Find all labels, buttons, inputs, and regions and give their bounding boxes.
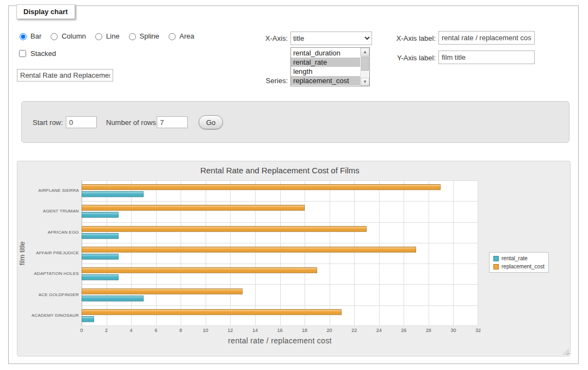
radio-column-label: Column xyxy=(61,32,86,40)
grid-line xyxy=(354,180,355,326)
grid-line xyxy=(330,180,330,326)
chart-panel: Rental Rate and Replacement Cost of Film… xyxy=(17,161,571,356)
start-row-input[interactable] xyxy=(66,116,97,128)
page: Display chart Bar Column Line Spline Are… xyxy=(0,0,588,370)
x-tick-label: 12 xyxy=(227,328,233,333)
legend-item[interactable]: replacement_cost xyxy=(493,264,544,269)
grid-line xyxy=(404,180,404,326)
scrollbar-thumb[interactable] xyxy=(361,57,369,71)
radio-bar[interactable] xyxy=(20,33,27,40)
number-of-rows-input[interactable] xyxy=(157,116,188,128)
bar-rental_rate xyxy=(82,296,144,302)
x-tick-label: 4 xyxy=(130,328,133,333)
chart-type-radio-group: Bar Column Line Spline Area xyxy=(17,32,199,40)
x-tick-label: 0 xyxy=(80,328,83,333)
radio-column[interactable] xyxy=(51,33,58,40)
x-tick-label: 16 xyxy=(277,328,282,333)
chart-legend: rental_ratereplacement_cost xyxy=(489,252,549,273)
y-axis-label-field-label: Y-Axis label: xyxy=(384,54,436,62)
grid-line xyxy=(82,180,82,326)
bar-rental_rate xyxy=(82,274,119,280)
x-tick-label: 32 xyxy=(475,328,481,333)
x-tick-label: 2 xyxy=(105,328,108,333)
legend-swatch xyxy=(493,264,499,269)
bar-replacement_cost xyxy=(82,184,441,190)
x-axis-label-input[interactable] xyxy=(438,31,535,45)
x-tick-label: 22 xyxy=(351,328,357,333)
legend-swatch xyxy=(493,256,499,261)
y-axis-title: film title xyxy=(18,216,26,292)
category-label: AIRPLANE SIERRA xyxy=(28,188,79,193)
x-tick-label: 10 xyxy=(203,328,208,333)
radio-line-label: Line xyxy=(106,32,120,40)
radio-area[interactable] xyxy=(169,33,176,40)
category-labels: AIRPLANE SIERRAAGENT TRUMANAFRICAN EGGAF… xyxy=(28,180,79,326)
x-tick-label: 24 xyxy=(376,328,382,333)
row-range-panel: Start row: Number of rows: Go xyxy=(21,101,570,143)
y-axis-label-input[interactable] xyxy=(438,51,535,64)
legend-label: replacement_cost xyxy=(502,264,544,269)
grid-line xyxy=(280,180,281,326)
grid-line xyxy=(429,180,429,326)
series-listbox[interactable]: rental_duration rental_rate length repla… xyxy=(290,47,370,86)
stacked-row: Stacked xyxy=(17,48,56,59)
series-option-replacement-cost[interactable]: replacement_cost xyxy=(291,76,360,85)
legend-item[interactable]: rental_rate xyxy=(493,255,544,261)
x-tick-label: 20 xyxy=(327,328,332,333)
bar-replacement_cost xyxy=(82,267,317,273)
bar-rental_rate xyxy=(82,212,119,218)
plot-area xyxy=(82,180,478,326)
x-axis-title: rental rate / replacement cost xyxy=(82,336,478,345)
bar-replacement_cost xyxy=(82,247,416,253)
grid-line xyxy=(181,180,181,326)
bar-rental_rate xyxy=(82,254,119,260)
bar-replacement_cost xyxy=(82,205,305,211)
start-row-label: Start row: xyxy=(33,118,63,127)
grid-line xyxy=(107,180,107,326)
stacked-label: Stacked xyxy=(30,49,56,58)
go-button[interactable]: Go xyxy=(199,115,223,129)
number-of-rows-label: Number of rows: xyxy=(106,118,158,127)
radio-spline-label: Spline xyxy=(140,32,159,40)
x-tick-label: 8 xyxy=(180,328,182,333)
grid-line xyxy=(305,180,305,326)
grid-line xyxy=(131,180,132,326)
series-list-label: Series: xyxy=(244,77,288,85)
resize-handle-icon[interactable] xyxy=(562,348,569,355)
radio-spline[interactable] xyxy=(129,33,136,40)
x-tick-label: 30 xyxy=(450,328,456,333)
series-listbox-scrollbar[interactable]: ▲ ▼ xyxy=(360,48,369,86)
bar-replacement_cost xyxy=(82,309,342,315)
x-ticks: 02468101214161820222426283032 xyxy=(82,328,478,334)
x-axis-label-field-label: X-Axis label: xyxy=(384,34,436,42)
scroll-down-icon[interactable]: ▼ xyxy=(361,78,369,86)
radio-bar-label: Bar xyxy=(30,32,41,40)
bar-replacement_cost xyxy=(82,289,243,294)
grid-line xyxy=(255,180,256,326)
series-option-length[interactable]: length xyxy=(291,67,360,76)
legend-label: rental_rate xyxy=(502,255,528,261)
series-option-rental-rate[interactable]: rental_rate xyxy=(291,58,360,67)
grid-line xyxy=(453,180,454,326)
bar-rental_rate xyxy=(82,191,144,197)
scroll-up-icon[interactable]: ▲ xyxy=(361,48,369,56)
grid-line xyxy=(156,180,157,326)
category-label: AGENT TRUMAN xyxy=(28,209,79,214)
series-option-rental-duration[interactable]: rental_duration xyxy=(291,48,360,58)
panel-legend: Display chart xyxy=(16,4,75,19)
bar-replacement_cost xyxy=(82,226,367,232)
x-tick-label: 18 xyxy=(302,328,307,333)
grid-line xyxy=(230,180,231,326)
chart-title: Rental Rate and Replacement Cost of Film… xyxy=(82,166,478,175)
x-tick-label: 28 xyxy=(426,328,431,333)
stacked-checkbox[interactable] xyxy=(19,50,26,57)
category-label: ACE GOLDFINGER xyxy=(28,292,79,297)
radio-line[interactable] xyxy=(95,33,102,40)
x-axis-select[interactable]: title xyxy=(290,32,372,45)
x-tick-label: 26 xyxy=(401,328,406,333)
category-label: AFFAIR PREJUDICE xyxy=(28,250,79,255)
bar-rental_rate xyxy=(82,233,119,239)
chart-title-input[interactable] xyxy=(17,69,113,81)
category-label: ADAPTATION HOLES xyxy=(28,271,79,276)
series-listbox-items: rental_duration rental_rate length repla… xyxy=(291,48,360,85)
